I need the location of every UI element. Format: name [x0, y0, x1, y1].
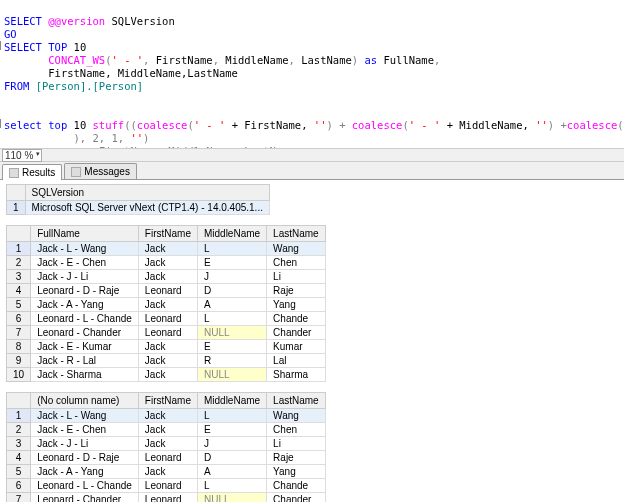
tab-results[interactable]: Results	[2, 164, 62, 180]
table-row[interactable]: 3Jack - J - LiJackJLi	[7, 270, 326, 284]
col-header[interactable]: MiddleName	[197, 226, 266, 242]
cell[interactable]: Leonard	[138, 479, 197, 493]
cell[interactable]: Jack - J - Li	[31, 270, 139, 284]
table-row[interactable]: 1Jack - L - WangJackLWang	[7, 242, 326, 256]
table-row[interactable]: 10Jack - SharmaJackNULLSharma	[7, 368, 326, 382]
cell[interactable]: L	[197, 479, 266, 493]
results-grid-3[interactable]: (No column name) FirstName MiddleName La…	[6, 392, 326, 502]
cell[interactable]: Raje	[267, 284, 326, 298]
cell[interactable]: Chander	[267, 326, 326, 340]
cell[interactable]: Jack - Sharma	[31, 368, 139, 382]
table-row[interactable]: 4Leonard - D - RajeLeonardDRaje	[7, 451, 326, 465]
cell[interactable]: Leonard - L - Chande	[31, 312, 139, 326]
cell[interactable]: E	[197, 256, 266, 270]
code-fold-icon[interactable]: -	[0, 41, 1, 50]
table-row[interactable]: 6Leonard - L - ChandeLeonardLChande	[7, 479, 326, 493]
cell[interactable]: Leonard - D - Raje	[31, 284, 139, 298]
table-row[interactable]: 1Microsoft SQL Server vNext (CTP1.4) - 1…	[7, 201, 270, 215]
cell[interactable]: Chande	[267, 479, 326, 493]
cell[interactable]: Leonard - L - Chande	[31, 479, 139, 493]
cell[interactable]: Chande	[267, 312, 326, 326]
cell[interactable]: Jack	[138, 465, 197, 479]
table-row[interactable]: 3Jack - J - LiJackJLi	[7, 437, 326, 451]
table-row[interactable]: 5Jack - A - YangJackAYang	[7, 465, 326, 479]
cell[interactable]: R	[197, 354, 266, 368]
cell[interactable]: Jack - A - Yang	[31, 465, 139, 479]
cell[interactable]: Jack - E - Kumar	[31, 340, 139, 354]
col-header[interactable]: SQLVersion	[25, 185, 269, 201]
col-header[interactable]: MiddleName	[197, 393, 266, 409]
cell[interactable]: E	[197, 340, 266, 354]
col-header[interactable]: FullName	[31, 226, 139, 242]
col-header[interactable]: LastName	[267, 393, 326, 409]
table-row[interactable]: 4Leonard - D - RajeLeonardDRaje	[7, 284, 326, 298]
cell[interactable]: Jack	[138, 368, 197, 382]
cell[interactable]: Jack - L - Wang	[31, 242, 139, 256]
cell[interactable]: Raje	[267, 451, 326, 465]
cell[interactable]: Yang	[267, 465, 326, 479]
table-row[interactable]: 2Jack - E - ChenJackEChen	[7, 256, 326, 270]
sql-editor[interactable]: SELECT @@version SQLVersion GO -SELECT T…	[0, 0, 624, 148]
col-header[interactable]: FirstName	[138, 393, 197, 409]
table-row[interactable]: 7Leonard - ChanderLeonardNULLChander	[7, 326, 326, 340]
table-row[interactable]: 5Jack - A - YangJackAYang	[7, 298, 326, 312]
cell[interactable]: Chen	[267, 256, 326, 270]
cell[interactable]: Leonard	[138, 451, 197, 465]
cell[interactable]: Wang	[267, 242, 326, 256]
cell[interactable]: Leonard	[138, 312, 197, 326]
cell[interactable]: NULL	[197, 326, 266, 340]
results-pane[interactable]: SQLVersion 1Microsoft SQL Server vNext (…	[0, 180, 624, 502]
table-row[interactable]: 2Jack - E - ChenJackEChen	[7, 423, 326, 437]
tab-messages[interactable]: Messages	[64, 163, 137, 179]
cell[interactable]: A	[197, 465, 266, 479]
cell[interactable]: Kumar	[267, 340, 326, 354]
cell[interactable]: Leonard - Chander	[31, 493, 139, 503]
table-row[interactable]: 7Leonard - ChanderLeonardNULLChander	[7, 493, 326, 503]
cell[interactable]: Jack	[138, 256, 197, 270]
cell[interactable]: E	[197, 423, 266, 437]
cell[interactable]: NULL	[197, 368, 266, 382]
cell[interactable]: Jack - A - Yang	[31, 298, 139, 312]
results-grid-2[interactable]: FullName FirstName MiddleName LastName 1…	[6, 225, 326, 382]
cell[interactable]: J	[197, 270, 266, 284]
cell[interactable]: Leonard - D - Raje	[31, 451, 139, 465]
cell[interactable]: Jack - E - Chen	[31, 256, 139, 270]
cell[interactable]: L	[197, 409, 266, 423]
col-header[interactable]: FirstName	[138, 226, 197, 242]
cell[interactable]: Leonard	[138, 493, 197, 503]
cell[interactable]: Jack	[138, 298, 197, 312]
cell[interactable]: D	[197, 284, 266, 298]
cell[interactable]: Jack - J - Li	[31, 437, 139, 451]
results-grid-1[interactable]: SQLVersion 1Microsoft SQL Server vNext (…	[6, 184, 270, 215]
cell[interactable]: J	[197, 437, 266, 451]
cell[interactable]: Jack	[138, 270, 197, 284]
col-header[interactable]: (No column name)	[31, 393, 139, 409]
table-row[interactable]: 1Jack - L - WangJackLWang	[7, 409, 326, 423]
table-row[interactable]: 9Jack - R - LalJackRLal	[7, 354, 326, 368]
cell[interactable]: Lal	[267, 354, 326, 368]
col-header[interactable]: LastName	[267, 226, 326, 242]
cell[interactable]: Leonard - Chander	[31, 326, 139, 340]
zoom-dropdown[interactable]: 110 %	[2, 149, 42, 162]
cell[interactable]: Jack - L - Wang	[31, 409, 139, 423]
cell[interactable]: Jack	[138, 409, 197, 423]
cell[interactable]: Li	[267, 437, 326, 451]
cell[interactable]: Yang	[267, 298, 326, 312]
cell[interactable]: Jack	[138, 242, 197, 256]
cell[interactable]: L	[197, 312, 266, 326]
cell[interactable]: Li	[267, 270, 326, 284]
cell[interactable]: Chen	[267, 423, 326, 437]
cell[interactable]: NULL	[197, 493, 266, 503]
cell[interactable]: Jack - R - Lal	[31, 354, 139, 368]
cell[interactable]: L	[197, 242, 266, 256]
cell[interactable]: Jack	[138, 423, 197, 437]
cell[interactable]: Jack	[138, 437, 197, 451]
cell[interactable]: A	[197, 298, 266, 312]
cell[interactable]: Jack - E - Chen	[31, 423, 139, 437]
code-fold-icon[interactable]: -	[0, 119, 1, 128]
cell[interactable]: Microsoft SQL Server vNext (CTP1.4) - 14…	[25, 201, 269, 215]
cell[interactable]: Jack	[138, 354, 197, 368]
table-row[interactable]: 8Jack - E - KumarJackEKumar	[7, 340, 326, 354]
cell[interactable]: Leonard	[138, 284, 197, 298]
table-row[interactable]: 6Leonard - L - ChandeLeonardLChande	[7, 312, 326, 326]
